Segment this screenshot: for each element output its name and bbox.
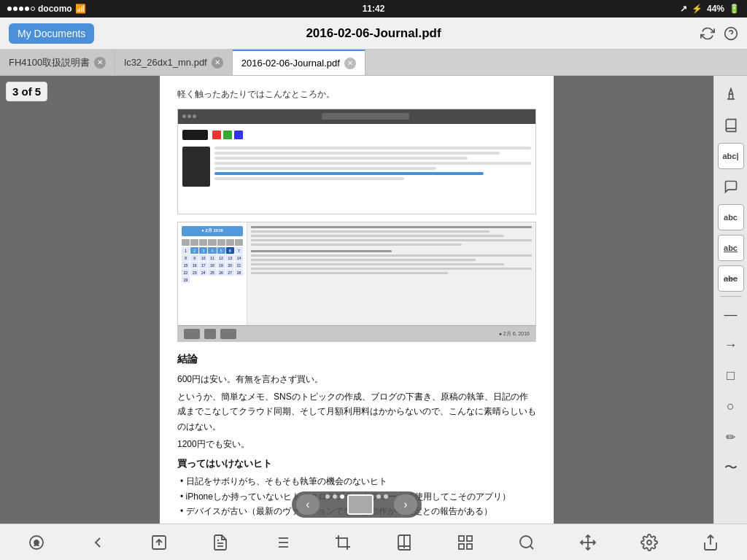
bluetooth-icon: ⚡ [692, 4, 703, 14]
body-text-2: というか、簡単なメモ、SNSのトピックの作成、ブログの下書き、原稿の執筆、日記の… [177, 389, 536, 434]
tab-lc32-label: lc32_26dx1_mn.pdf [124, 57, 206, 68]
back-button[interactable] [82, 526, 114, 559]
pin-button[interactable] [718, 82, 744, 108]
outline-button[interactable] [266, 526, 298, 559]
status-right: ↗ ⚡ 44% 🔋 [680, 4, 740, 14]
settings-button[interactable] [633, 526, 665, 559]
wave-draw-button[interactable]: 〜 [718, 454, 744, 481]
svg-point-22 [647, 540, 651, 545]
nav-bar: My Documents 2016-02-06-Journal.pdf [0, 18, 747, 50]
svg-rect-12 [338, 538, 347, 547]
tab-journal-label: 2016-02-06-Journal.pdf [241, 58, 340, 69]
page-nav-dot-3 [340, 494, 344, 499]
tab-journal[interactable]: 2016-02-06-Journal.pdf ✕ [233, 50, 365, 75]
svg-rect-17 [467, 544, 472, 549]
help-button[interactable] [724, 26, 738, 41]
battery-icon: 🔋 [729, 4, 740, 14]
import-button[interactable] [143, 526, 175, 559]
battery-label: 44% [707, 4, 724, 14]
book2-button[interactable] [388, 526, 420, 559]
section2-title: 買ってはいけないヒト [177, 456, 536, 472]
body-text-3: 1200円でも安い。 [177, 437, 536, 451]
page-nav-dot-2 [333, 494, 337, 499]
comment-button[interactable] [718, 174, 744, 200]
move-button[interactable] [572, 526, 604, 559]
svg-rect-14 [459, 536, 464, 541]
svg-rect-16 [459, 544, 464, 549]
book-button[interactable] [718, 112, 744, 139]
search-button[interactable] [511, 526, 543, 559]
tab-lc32[interactable]: lc32_26dx1_mn.pdf ✕ [115, 50, 232, 75]
svg-point-2 [34, 540, 39, 545]
crop-button[interactable] [327, 526, 359, 559]
svg-point-18 [520, 536, 532, 548]
body-text-1: 600円は安い。有無を言わさず買い。 [177, 372, 536, 386]
my-documents-button[interactable]: My Documents [9, 23, 94, 44]
tab-lc32-close[interactable]: ✕ [212, 57, 223, 69]
intro-text: 軽く触ったあたりではこんなところか。 [177, 88, 536, 101]
section3-title: 気になった点 [177, 524, 536, 524]
wifi-icon: 📶 [75, 4, 86, 14]
tab-bar: FH4100取扱説明書 ✕ lc32_26dx1_mn.pdf ✕ 2016-0… [0, 50, 747, 76]
nav-title: 2016-02-06-Journal.pdf [306, 26, 441, 41]
status-bar: docomo 📶 11:42 ↗ ⚡ 44% 🔋 [0, 0, 747, 18]
section1-title: 結論 [177, 351, 536, 367]
bullet-section-2: 気になった点 たまにクラッシュする。（内部バックグラウンドの処理時に） view… [177, 524, 536, 524]
bullet-1-1: 日記をサボりがち、そもそも執筆の機会のないヒト [177, 474, 536, 489]
bottom-toolbar [0, 524, 747, 560]
pdf-screenshot-1 [177, 109, 536, 214]
oval-draw-button[interactable]: ○ [718, 393, 744, 419]
rectangle-draw-button[interactable]: □ [718, 362, 744, 389]
svg-rect-15 [467, 536, 472, 541]
text-underline-button[interactable]: abc [718, 235, 744, 261]
status-left: docomo 📶 [7, 4, 86, 14]
page-prev-button[interactable]: ‹ [296, 494, 320, 515]
refresh-button[interactable] [700, 26, 715, 41]
tab-fh4100-label: FH4100取扱説明書 [9, 56, 90, 69]
text-box-button[interactable]: abc [718, 204, 744, 230]
tab-fh4100-close[interactable]: ✕ [94, 57, 106, 69]
svg-line-19 [530, 545, 533, 548]
page-nav-overlay: ‹ › [292, 491, 422, 518]
sidebar-divider-1 [720, 296, 742, 297]
main-area: 3 of 5 軽く触ったあたりではこんなところか。 [0, 76, 747, 524]
page-nav-thumbnail[interactable] [347, 494, 374, 515]
status-time: 11:42 [363, 4, 385, 14]
share-button[interactable] [694, 526, 727, 559]
pdf-page: 軽く触ったあたりではこんなところか。 [160, 76, 554, 524]
line-draw-button[interactable]: — [718, 301, 744, 327]
page-nav-dots [321, 494, 392, 515]
tab-journal-close[interactable]: ✕ [344, 58, 356, 69]
page-nav-dot-5 [384, 494, 388, 499]
right-sidebar: abc| abc abc abc — → □ ○ ✏ 〜 [713, 76, 747, 524]
page-indicator-text: 3 of 5 [12, 85, 41, 98]
signal-icon [7, 7, 35, 11]
tab-fh4100[interactable]: FH4100取扱説明書 ✕ [0, 50, 115, 75]
location-icon: ↗ [680, 4, 687, 14]
carrier-label: docomo [38, 4, 72, 14]
page-next-button[interactable]: › [394, 494, 417, 515]
document-button[interactable] [204, 526, 236, 559]
page-nav-dot-4 [376, 494, 381, 499]
page-nav-dot-1 [325, 494, 330, 499]
pdf-screenshot-2: ● 2月 2016 1 2 [177, 222, 536, 342]
text-strikethrough-button[interactable]: abc [718, 265, 744, 292]
nav-right-actions [700, 26, 738, 41]
pencil-draw-button[interactable]: ✏ [718, 424, 744, 450]
grid-button[interactable] [449, 526, 481, 559]
text-cursor-button[interactable]: abc| [718, 143, 744, 169]
page-indicator: 3 of 5 [6, 82, 47, 101]
pdf-viewer[interactable]: 軽く触ったあたりではこんなところか。 [0, 76, 713, 524]
arrow-draw-button[interactable]: → [718, 332, 744, 358]
home-button[interactable] [20, 526, 53, 559]
